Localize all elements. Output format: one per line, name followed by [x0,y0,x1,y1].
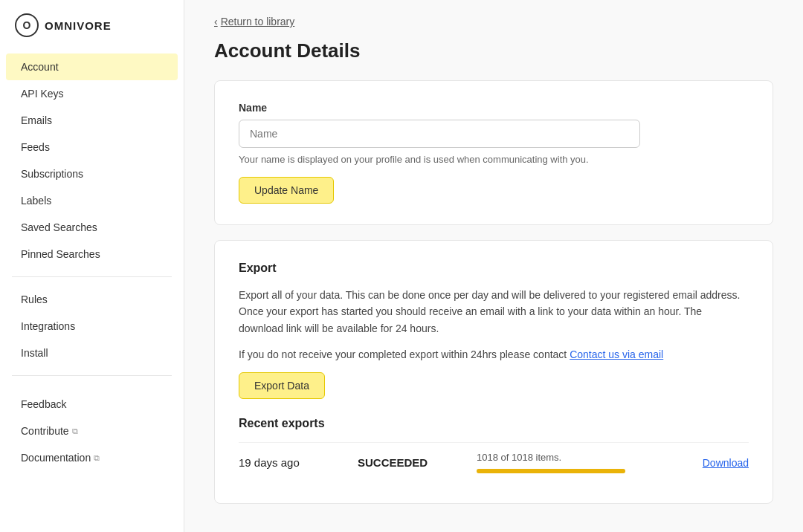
sidebar-item-feedback[interactable]: Feedback [6,391,178,418]
external-link-icon: ⧉ [72,426,78,436]
main-content: ‹ Return to library Account Details Name… [184,0,803,532]
name-input[interactable] [239,120,640,148]
sidebar-item-feeds[interactable]: Feeds [6,134,178,160]
contribute-label: Contribute [21,425,69,437]
sidebar-mid-section: RulesIntegrationsInstall [0,286,184,366]
logo-icon: O [15,13,39,37]
download-link[interactable]: Download [703,457,749,469]
sidebar-item-contribute[interactable]: Contribute⧉ [6,418,178,444]
main-header: ‹ Return to library Account Details [184,0,803,62]
export-row: 19 days agoSUCCEEDED1018 of 1018 items.D… [239,442,749,482]
contact-link[interactable]: Contact us via email [570,348,663,360]
nav-divider-1 [12,276,172,277]
sidebar-item-rules[interactable]: Rules [6,286,178,313]
export-items: 1018 of 1018 items. [477,452,703,463]
contact-text: If you do not receive your completed exp… [239,348,749,360]
name-card: Name Your name is displayed on your prof… [214,80,773,225]
sidebar-item-documentation[interactable]: Documentation⧉ [6,444,178,471]
logo-text: OMNIVORE [45,19,112,32]
export-data-button[interactable]: Export Data [239,372,325,399]
sidebar-item-saved-searches[interactable]: Saved Searches [6,214,178,241]
name-label: Name [239,102,749,114]
recent-exports-title: Recent exports [239,417,749,430]
export-description: Export all of your data. This can be don… [239,287,749,337]
sidebar-item-pinned-searches[interactable]: Pinned Searches [6,241,178,267]
export-date: 19 days ago [239,456,358,469]
update-name-button[interactable]: Update Name [239,177,334,204]
app-logo: O OMNIVORE [0,0,184,51]
sidebar-top-section: AccountAPI KeysEmailsFeedsSubscriptionsL… [0,53,184,267]
sidebar-item-emails[interactable]: Emails [6,107,178,134]
export-title: Export [239,262,749,275]
export-card: Export Export all of your data. This can… [214,240,773,504]
sidebar-item-account[interactable]: Account [6,53,178,80]
sidebar-item-api-keys[interactable]: API Keys [6,80,178,107]
feedback-label: Feedback [21,398,66,410]
sidebar-item-install[interactable]: Install [6,340,178,366]
progress-bar-bg [477,469,625,473]
progress-bar-fill [477,469,625,473]
nav-divider-2 [12,375,172,376]
sidebar-bottom-section: FeedbackContribute⧉Documentation⧉ [0,385,184,483]
export-progress-area: 1018 of 1018 items. [477,452,703,473]
documentation-label: Documentation [21,452,91,464]
page-title: Account Details [214,39,773,62]
back-link-label: Return to library [221,16,295,27]
contact-prefix: If you do not receive your completed exp… [239,348,570,360]
sidebar-item-labels[interactable]: Labels [6,187,178,214]
external-link-icon: ⧉ [94,453,100,463]
sidebar-item-integrations[interactable]: Integrations [6,313,178,340]
chevron-left-icon: ‹ [214,16,218,27]
export-status: SUCCEEDED [358,456,477,469]
sidebar: O OMNIVORE AccountAPI KeysEmailsFeedsSub… [0,0,184,532]
name-hint: Your name is displayed on your profile a… [239,154,640,165]
sidebar-item-subscriptions[interactable]: Subscriptions [6,160,178,187]
sidebar-nav: AccountAPI KeysEmailsFeedsSubscriptionsL… [0,51,184,532]
back-link[interactable]: ‹ Return to library [214,16,294,27]
exports-list: 19 days agoSUCCEEDED1018 of 1018 items.D… [239,442,749,482]
